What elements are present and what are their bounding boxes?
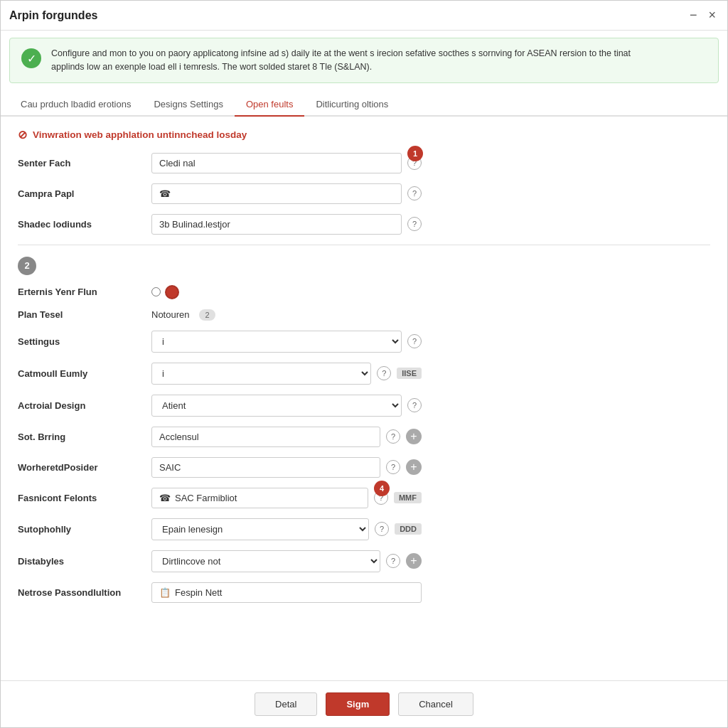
label-shadec-lodiunds: Shadec lodiunds — [18, 219, 146, 230]
field-campra-papl: Campra Papl ? — [18, 183, 710, 204]
field-catmoull: Catmoull Eumly i ? IISE — [18, 363, 710, 385]
label-sot-brring: Sot. Brring — [18, 432, 146, 442]
control-sot-brring: ? + — [151, 427, 422, 447]
info-shadec-lodiunds[interactable]: ? — [407, 217, 422, 231]
section1-header: ⊘ Vinwration web apphlation untinnchead … — [18, 128, 710, 141]
field-netrose-input[interactable]: 📋 Fespin Nett — [151, 582, 422, 603]
content-area: ⊘ Vinwration web apphlation untinnchead … — [1, 117, 727, 681]
select-actroial[interactable]: Atient — [151, 395, 402, 417]
control-senter-fach: 1 ? — [151, 153, 422, 173]
control-worheretd: ? + — [151, 457, 422, 478]
divider1 — [18, 245, 710, 245]
control-distabyles: Dirtlincove not ? + — [151, 550, 422, 572]
label-settingus: Settingus — [18, 336, 146, 347]
field-sutophohlly: Sutophohlly Epain lenesign ? DDD — [18, 518, 710, 540]
window-title: Arpin forgundes — [9, 9, 97, 22]
control-actroial: Atient ? — [151, 395, 422, 417]
tab-ditlicurting[interactable]: Ditlicurting oltions — [304, 93, 400, 117]
info-catmoull[interactable]: ? — [377, 366, 391, 380]
select-distabyles[interactable]: Dirtlincove not — [151, 550, 380, 572]
input-shadec-lodiunds[interactable] — [151, 214, 402, 235]
label-catmoull: Catmoull Eumly — [18, 368, 146, 379]
detail-button[interactable]: Detal — [255, 692, 317, 716]
label-plan-tesel: Plan Tesel — [18, 309, 146, 320]
info-sot-brring[interactable]: ? — [386, 429, 400, 444]
label-actroial: Actroial Design — [18, 400, 146, 411]
select-catmoull[interactable]: i — [151, 363, 371, 385]
tab-open-feults[interactable]: Open feults — [235, 93, 305, 117]
field-sot-brring: Sot. Brring ? + — [18, 427, 710, 447]
field-actroial: Actroial Design Atient ? — [18, 395, 710, 417]
badge-2: 2 — [18, 257, 36, 275]
cancel-button[interactable]: Chancel — [398, 692, 473, 716]
info-distabyles[interactable]: ? — [386, 554, 400, 568]
label-fasnicont: Fasnicont Felonts — [18, 493, 146, 503]
field-settingus: Settingus i ? — [18, 331, 710, 353]
add-sot-brring[interactable]: + — [406, 429, 422, 444]
label-sutophohlly: Sutophohlly — [18, 524, 146, 535]
control-campra-papl: ? — [151, 183, 422, 204]
label-netrose: Netrose Passondlultion — [18, 587, 146, 598]
label-erternis: Erternis Yenr Flun — [18, 287, 146, 297]
field-senter-fach: Senter Fach 1 ? — [18, 153, 710, 173]
window-controls: − × — [690, 8, 716, 23]
close-button[interactable]: × — [708, 8, 716, 23]
radio-erternis-on[interactable] — [165, 285, 179, 299]
select-settingus[interactable]: i — [151, 331, 402, 353]
label-senter-fach: Senter Fach — [18, 158, 146, 168]
control-catmoull: i ? IISE — [151, 363, 422, 385]
control-shadec-lodiunds: ? — [151, 214, 422, 235]
label-distabyles: Distabyles — [18, 556, 146, 567]
title-bar: Arpin forgundes − × — [1, 1, 727, 31]
control-netrose: 📋 Fespin Nett — [151, 582, 422, 603]
add-distabyles[interactable]: + — [406, 553, 422, 569]
badge-4: 4 — [374, 481, 390, 496]
info-campra-papl[interactable]: ? — [407, 186, 422, 200]
info-actroial[interactable]: ? — [407, 398, 422, 412]
warning-icon: ⊘ — [18, 128, 27, 141]
netrose-icon: 📋 — [159, 587, 171, 598]
tab-cau[interactable]: Cau prduch lbadid erotions — [9, 93, 142, 117]
add-worheretd[interactable]: + — [406, 459, 422, 475]
field-netrose: Netrose Passondlultion 📋 Fespin Nett — [18, 582, 710, 603]
section2-badge-row: 2 — [18, 257, 710, 275]
select-sutophohlly[interactable]: Epain lenesign — [151, 518, 369, 540]
info-banner: ✓ Configure and mon to you on paory appl… — [9, 38, 719, 83]
value-plan-tesel: Notouren — [151, 309, 189, 320]
radio-group-erternis — [151, 285, 179, 299]
field-fasnicont: Fasnicont Felonts ☎ SAC Farmibliot 4 ? M… — [18, 488, 710, 508]
control-fasnicont: ☎ SAC Farmibliot 4 ? MMF — [151, 488, 422, 508]
badge-fasnicont-mmf: MMF — [394, 492, 422, 503]
info-sutophohlly[interactable]: ? — [375, 522, 389, 536]
input-worheretd[interactable] — [151, 457, 380, 478]
control-erternis — [151, 285, 422, 299]
tab-designs[interactable]: Designs Settings — [142, 93, 235, 117]
input-senter-fach[interactable] — [151, 153, 402, 173]
main-window: Arpin forgundes − × ✓ Configure and mon … — [0, 0, 728, 728]
field-worheretd: WorheretdPosider ? + — [18, 457, 710, 478]
radio-erternis-off[interactable] — [151, 287, 161, 296]
save-button[interactable]: Sigm — [326, 692, 390, 716]
input-sot-brring[interactable] — [151, 427, 380, 447]
info-settingus[interactable]: ? — [407, 334, 422, 348]
control-plan-tesel: Notouren 2 — [151, 309, 422, 321]
control-sutophohlly: Epain lenesign ? DDD — [151, 518, 422, 540]
control-settingus: i ? — [151, 331, 422, 353]
field-fasnicont-input[interactable]: ☎ SAC Farmibliot — [151, 488, 368, 508]
success-icon: ✓ — [21, 48, 41, 68]
fasnicont-icon: ☎ — [159, 493, 171, 503]
plan-tesel-badge: 2 — [199, 309, 215, 321]
badge-sutophohlly-ddd: DDD — [395, 523, 422, 535]
label-worheretd: WorheretdPosider — [18, 462, 146, 473]
field-shadec-lodiunds: Shadec lodiunds ? — [18, 214, 710, 235]
field-distabyles: Distabyles Dirtlincove not ? + — [18, 550, 710, 572]
minimize-button[interactable]: − — [690, 8, 697, 23]
netrose-value: Fespin Nett — [175, 587, 222, 598]
info-worheretd[interactable]: ? — [386, 460, 400, 474]
tab-bar: Cau prduch lbadid erotions Designs Setti… — [1, 93, 727, 117]
fasnicont-value: SAC Farmibliot — [175, 493, 237, 503]
banner-text: Configure and mon to you on paory applic… — [51, 47, 631, 74]
footer: Detal Sigm Chancel — [1, 680, 727, 727]
section1-title: Vinwration web apphlation untinnchead lo… — [33, 129, 247, 140]
input-campra-papl[interactable] — [151, 183, 402, 204]
